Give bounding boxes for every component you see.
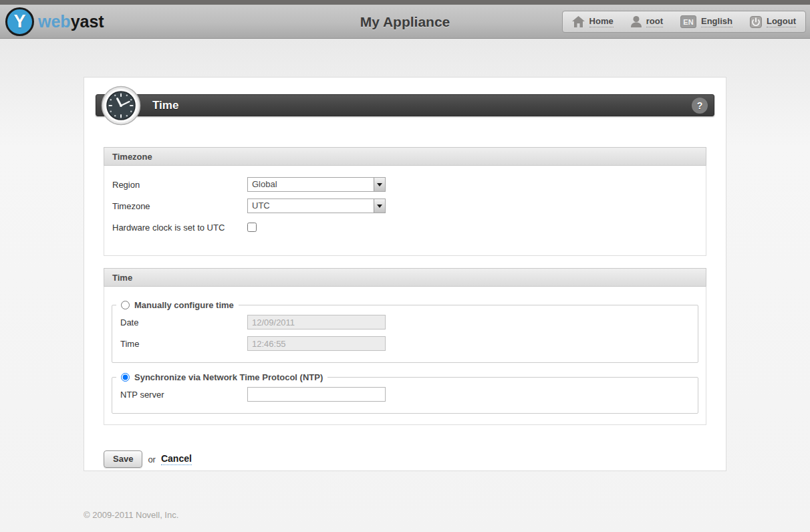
region-select-value: Global [248,178,374,191]
hwclock-row: Hardware clock is set to UTC [104,217,706,238]
ntp-radio[interactable] [121,373,130,382]
language-badge: EN [680,15,696,28]
logout-icon [750,16,762,28]
form-actions: Save or Cancel [104,450,726,468]
chevron-down-icon[interactable] [374,199,385,213]
chevron-down-icon[interactable] [374,178,385,191]
nav-logout[interactable]: Logout [750,16,796,28]
panel-header-bar: Time ? [96,94,714,116]
ntp-legend-label: Synchronize via Network Time Protocol (N… [134,372,323,382]
timezone-select[interactable]: UTC [247,198,386,213]
home-icon [572,16,585,27]
nav-language-label: English [701,16,732,27]
ntp-legend: Synchronize via Network Time Protocol (N… [116,372,327,382]
clock-icon [101,86,141,126]
nav-home-label: Home [589,16,614,27]
hwclock-label: Hardware clock is set to UTC [112,223,247,233]
time-row: Time [112,333,698,354]
timezone-section-body: Region Global Timezone UTC Hardware cloc… [104,166,706,256]
page-content: Time ? Timezone Region Global Timezone U… [0,39,810,532]
manual-time-radio[interactable] [121,301,130,309]
user-icon [631,16,642,27]
time-section: Time Manually configure time Date Time [104,268,706,425]
header-nav: Home root EN English Logout [562,11,806,33]
manual-time-legend: Manually configure time [116,300,239,310]
hwclock-checkbox[interactable] [247,223,257,232]
copyright-text: © 2009-2011 Novell, Inc. [84,510,178,520]
date-row: Date [112,311,698,333]
timezone-select-value: UTC [248,199,374,213]
nav-user-label: root [646,16,663,27]
region-row: Region Global [104,174,706,195]
timezone-label: Timezone [112,201,247,211]
ntp-fieldset: Synchronize via Network Time Protocol (N… [112,372,698,414]
help-button[interactable]: ? [692,98,708,114]
ntp-server-row: NTP server [112,384,698,405]
cancel-link[interactable]: Cancel [161,453,192,465]
date-label: Date [120,317,247,327]
nav-logout-label: Logout [767,16,796,27]
app-header: Y webyast My Appliance Home root EN Engl… [0,5,810,39]
time-section-body: Manually configure time Date Time Synchr [104,287,706,425]
region-select[interactable]: Global [247,177,386,192]
or-text: or [148,454,156,464]
date-input[interactable] [247,315,386,329]
save-button[interactable]: Save [104,450,142,468]
manual-time-legend-label: Manually configure time [134,300,234,310]
ntp-server-label: NTP server [120,390,247,400]
ntp-server-input[interactable] [247,387,386,402]
timezone-section-header: Timezone [104,147,706,166]
page-footer: © 2009-2011 Novell, Inc. [84,509,726,521]
time-label: Time [120,339,247,349]
time-input[interactable] [247,336,386,351]
panel-title: Time [152,99,178,112]
region-label: Region [112,180,247,190]
timezone-row: Timezone UTC [104,195,706,217]
time-module-card: Time ? Timezone Region Global Timezone U… [84,77,726,471]
timezone-section: Timezone Region Global Timezone UTC [104,147,706,256]
nav-home[interactable]: Home [572,16,614,27]
top-strip [0,0,810,5]
time-section-header: Time [104,268,706,287]
manual-time-fieldset: Manually configure time Date Time [112,300,698,363]
nav-user[interactable]: root [631,16,663,27]
nav-language[interactable]: EN English [680,15,732,28]
